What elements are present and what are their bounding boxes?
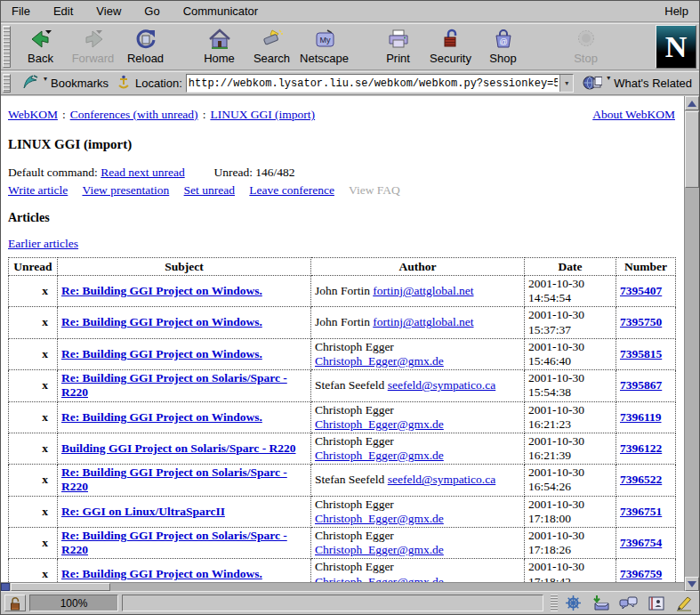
subject-link[interactable]: Re: Building GGI Project on Windows. [61,284,262,297]
article-time: 14:54:54 [528,291,571,304]
set-unread-link[interactable]: Set unread [184,183,235,197]
article-date: 2001-10-30 [528,371,584,384]
author-email-link[interactable]: seefeld@sympatico.ca [388,378,496,392]
menu-view[interactable]: View [96,4,121,18]
menu-go[interactable]: Go [144,4,159,18]
subject-link[interactable]: Re: Building GGI Project on Windows. [61,567,262,580]
author-cell: Stefan Seefeld seefeld@sympatico.ca [311,465,525,496]
whats-related-dropdown-arrow: ▾ [607,74,610,82]
security-button[interactable]: Security [424,26,477,69]
back-button[interactable]: Back [14,26,67,69]
component-bar-grip[interactable] [551,595,558,611]
number-cell: 7396759 [616,559,676,582]
composer-component-button[interactable] [672,595,696,612]
menu-help[interactable]: Help [664,4,688,18]
menu-communicator[interactable]: Communicator [183,4,259,18]
horizontal-scrollbar[interactable] [1,582,684,591]
down-arrow-icon [688,581,696,587]
write-article-link[interactable]: Write article [8,183,68,197]
author-email-link[interactable]: seefeld@sympatico.ca [388,473,496,486]
vertical-scroll-thumb[interactable] [685,111,699,188]
subject-link[interactable]: Re: GGI on Linux/UltraSparcII [61,505,225,518]
print-button[interactable]: Print [372,26,424,69]
vertical-scrollbar[interactable] [684,96,699,591]
unread-marker: x [9,496,58,527]
read-next-unread-link[interactable]: Read next unread [101,166,184,179]
chat-bubbles-icon [619,595,638,611]
article-number-link[interactable]: 7395407 [620,284,662,297]
author-email-link[interactable]: Christoph_Egger@gmx.de [315,575,444,582]
subject-link[interactable]: Re: Building GGI Project on Solaris/Spar… [61,371,287,399]
author-email-link[interactable]: Christoph_Egger@gmx.de [315,354,444,368]
article-time: 17:18:26 [528,543,571,556]
author-email-link[interactable]: Christoph_Egger@gmx.de [315,512,444,525]
discussions-component-button[interactable] [616,595,640,612]
article-number-link[interactable]: 7396122 [620,441,662,455]
whats-related-globe-icon [583,74,602,93]
my-netscape-button[interactable]: My Netscape [298,26,350,69]
author-email-link[interactable]: Christoph_Egger@gmx.de [315,543,444,556]
author-email-link[interactable]: Christoph_Egger@gmx.de [315,449,444,462]
article-number-link[interactable]: 7396119 [620,410,662,424]
subject-link[interactable]: Re: Building GGI Project on Windows. [61,410,262,424]
articles-header-row: Unread Subject Author Date Number [9,258,676,276]
horizontal-scroll-thumb[interactable] [11,583,110,591]
menu-bar: File Edit View Go Communicator Help [1,1,699,22]
navigator-component-button[interactable] [561,595,585,612]
article-number-link[interactable]: 7395815 [620,347,662,360]
toolbar-collapse-grip[interactable] [3,26,11,68]
status-message-area [122,595,543,611]
subject-link[interactable]: Re: Building GGI Project on Windows. [61,347,262,360]
home-icon [208,27,231,52]
article-time: 15:54:38 [528,385,571,399]
article-number-link[interactable]: 7396754 [620,536,662,549]
number-cell: 7396751 [616,496,676,527]
breadcrumb-separator: : [203,108,206,122]
url-input[interactable] [187,75,559,92]
reload-button[interactable]: Reload [119,26,172,69]
shop-button[interactable]: @ Shop [477,26,529,69]
breadcrumb-conferences[interactable]: Conferences (with unread) [70,108,198,122]
bookmarks-button[interactable]: ▾ Bookmarks [18,74,112,93]
location-icon[interactable] [116,75,132,93]
security-status-button[interactable] [4,595,26,611]
url-history-dropdown[interactable]: ▾ [559,75,573,92]
subject-cell: Re: Building GGI Project on Solaris/Spar… [58,370,311,401]
article-number-link[interactable]: 7395750 [620,315,662,328]
subject-link[interactable]: Building GGI Project on Solaris/Sparc - … [61,441,296,455]
author-name: Christoph Egger [315,340,394,353]
article-date: 2001-10-30 [528,434,584,448]
locbar-collapse-grip[interactable] [3,74,11,93]
about-webkom-link[interactable]: About WebKOM [592,108,675,122]
article-row: x Re: GGI on Linux/UltraSparcII Christop… [9,496,676,527]
article-number-link[interactable]: 7395867 [620,378,662,392]
menu-edit[interactable]: Edit [53,4,73,18]
author-email-link[interactable]: fortinj@attglobal.net [373,315,473,328]
scroll-down-button[interactable] [685,577,699,591]
netscape-logo[interactable]: N [656,25,696,69]
view-presentation-link[interactable]: View presentation [82,183,169,197]
earlier-articles-link[interactable]: Earlier articles [8,237,78,250]
subject-link[interactable]: Re: Building GGI Project on Solaris/Spar… [61,529,287,556]
leave-conference-link[interactable]: Leave conference [249,183,334,197]
address-book-component-button[interactable] [644,595,668,612]
home-button[interactable]: Home [193,26,245,69]
author-name: Christoph Egger [315,498,394,511]
whats-related-button[interactable]: ▾ What's Related [577,73,696,94]
subject-link[interactable]: Re: Building GGI Project on Windows. [61,315,262,328]
breadcrumb-webkom[interactable]: WebKOM [8,108,58,122]
article-number-link[interactable]: 7396759 [620,567,662,580]
scroll-up-button[interactable] [685,96,699,110]
menu-file[interactable]: File [12,4,30,18]
breadcrumb-current-conference[interactable]: LINUX GGI (import) [210,108,315,122]
article-time: 17:18:42 [528,575,571,582]
search-button[interactable]: Search [245,26,298,69]
article-number-link[interactable]: 7396522 [620,473,662,486]
author-email-link[interactable]: Christoph_Egger@gmx.de [315,417,444,431]
author-email-link[interactable]: fortinj@attglobal.net [373,284,473,297]
browser-window: File Edit View Go Communicator Help Back… [0,0,700,615]
unread-marker: x [9,465,58,496]
mailbox-component-button[interactable] [589,595,613,612]
subject-link[interactable]: Re: Building GGI Project on Solaris/Spar… [61,465,287,493]
article-number-link[interactable]: 7396751 [620,505,662,518]
